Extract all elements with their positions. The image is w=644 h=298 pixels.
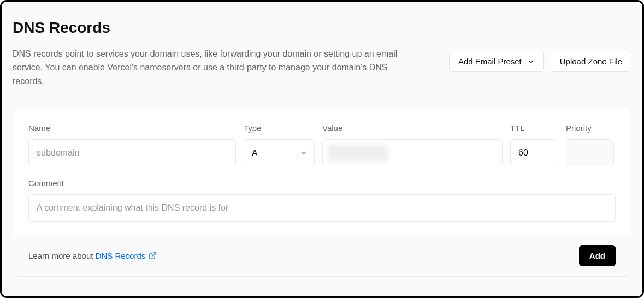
add-button[interactable]: Add: [579, 245, 616, 266]
priority-label: Priority: [566, 123, 614, 133]
page-header: DNS Records DNS records point to service…: [13, 19, 631, 88]
priority-field-group: Priority: [566, 123, 614, 166]
card-footer: Learn more about DNS Records Add: [13, 235, 631, 276]
value-field-group: Value: [322, 123, 503, 166]
type-label: Type: [244, 123, 315, 133]
name-field-group: Name: [28, 123, 236, 166]
dns-records-link-text: DNS Records: [96, 251, 146, 260]
chevron-down-icon: [527, 58, 535, 65]
ttl-field-group: TTL: [510, 123, 558, 166]
value-label: Value: [322, 123, 503, 133]
learn-more-text: Learn more about DNS Records: [28, 251, 157, 260]
page-title: DNS Records: [13, 19, 428, 37]
type-field-group: Type A: [244, 123, 315, 166]
form-body: Name Type A Value: [13, 108, 631, 235]
header-actions: Add Email Preset Upload Zone File: [449, 51, 631, 72]
comment-label: Comment: [28, 178, 616, 188]
name-input[interactable]: [28, 139, 236, 166]
ttl-label: TTL: [510, 123, 558, 133]
dns-record-form-card: Name Type A Value: [13, 108, 631, 277]
comment-field-group: Comment: [28, 178, 616, 222]
form-row-main: Name Type A Value: [28, 123, 616, 166]
value-redacted-placeholder: [328, 145, 388, 161]
svg-line-0: [152, 253, 156, 257]
comment-input[interactable]: [28, 194, 616, 222]
dns-records-page: DNS Records DNS records point to service…: [2, 2, 642, 296]
external-link-icon: [149, 252, 157, 260]
type-select[interactable]: A: [244, 139, 315, 166]
upload-zone-file-button[interactable]: Upload Zone File: [551, 51, 631, 72]
add-email-preset-button[interactable]: Add Email Preset: [449, 51, 544, 72]
page-description: DNS records point to services your domai…: [13, 47, 417, 88]
ttl-input[interactable]: [510, 139, 558, 166]
learn-more-prefix: Learn more about: [28, 251, 96, 260]
dns-records-link[interactable]: DNS Records: [96, 251, 157, 260]
name-label: Name: [28, 123, 236, 133]
upload-zone-file-label: Upload Zone File: [560, 57, 622, 66]
add-button-label: Add: [589, 251, 605, 260]
priority-input: [566, 139, 614, 166]
add-email-preset-label: Add Email Preset: [458, 57, 522, 66]
